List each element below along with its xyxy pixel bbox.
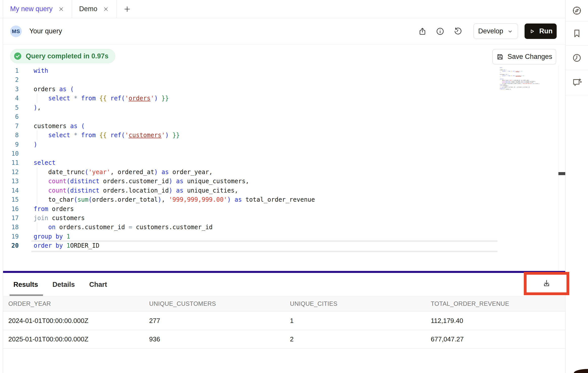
save-icon xyxy=(496,53,504,61)
tab-label: Demo xyxy=(79,5,97,13)
chat-sparkle-icon xyxy=(572,77,582,88)
line-number: 5 xyxy=(3,103,19,112)
annotation-highlight-box xyxy=(524,272,569,295)
share-button[interactable] xyxy=(416,25,429,38)
info-button[interactable] xyxy=(434,25,447,38)
download-icon xyxy=(541,278,552,289)
editor-gutter: 1234567891011121314151617181920 xyxy=(3,66,19,250)
cell-unique-customers: 277 xyxy=(144,317,285,325)
page-title: Your query xyxy=(29,27,62,35)
history-rail-button[interactable] xyxy=(566,45,588,70)
line-number: 12 xyxy=(3,168,19,177)
column-header-order-year: ORDER_YEAR xyxy=(3,300,144,307)
line-number: 11 xyxy=(3,158,19,167)
code-line: select * from {{ ref('orders') }} xyxy=(34,94,499,103)
close-icon[interactable] xyxy=(103,6,109,12)
line-number: 1 xyxy=(3,66,19,75)
column-header-unique-cities: UNIQUE_CITIES xyxy=(285,300,425,307)
tab-results[interactable]: Results xyxy=(13,281,38,289)
cell-order-year: 2024-01-01T00:00:00.000Z xyxy=(3,317,144,325)
code-line: group by 1 xyxy=(34,232,499,241)
line-number: 2 xyxy=(3,75,19,84)
bookmarks-rail-button[interactable] xyxy=(566,21,588,45)
code-line: from orders xyxy=(34,204,499,214)
panel-resize-handle[interactable] xyxy=(3,271,565,273)
line-number: 7 xyxy=(3,122,19,131)
avatar: MS xyxy=(10,26,22,37)
cell-total-order-revenue: 677,047.27 xyxy=(425,335,565,343)
active-tab-indicator xyxy=(10,294,43,296)
editor-scrollbar-thumb[interactable] xyxy=(558,172,565,175)
line-number: 3 xyxy=(3,85,19,94)
active-line-highlight-bottom xyxy=(31,251,497,252)
run-label: Run xyxy=(539,27,552,35)
line-number: 10 xyxy=(3,149,19,158)
cell-order-year: 2025-01-01T00:00:00.000Z xyxy=(3,335,144,343)
version-history-button[interactable] xyxy=(451,25,464,38)
cell-unique-customers: 936 xyxy=(144,335,285,343)
line-number: 17 xyxy=(3,214,19,223)
column-header-unique-customers: UNIQUE_CUSTOMERS xyxy=(144,300,285,307)
share-icon xyxy=(418,27,427,36)
close-icon[interactable] xyxy=(58,6,64,12)
ai-assistant-rail-button[interactable] xyxy=(566,70,588,95)
code-line: ), xyxy=(34,103,499,112)
cell-total-order-revenue: 112,179.40 xyxy=(425,317,565,325)
info-icon xyxy=(436,27,445,36)
run-button[interactable]: Run xyxy=(525,24,557,39)
code-line: count(distinct orders.customer_id) as un… xyxy=(34,177,499,186)
tab-my-new-query[interactable]: My new query xyxy=(3,0,72,18)
code-editor[interactable]: withorders as ( select * from {{ ref('or… xyxy=(34,66,499,250)
tab-demo[interactable]: Demo xyxy=(72,0,117,18)
line-number: 4 xyxy=(3,94,19,103)
query-header: MS Your query xyxy=(3,18,565,44)
line-number: 13 xyxy=(3,177,19,186)
query-tab-bar: My new query Demo xyxy=(0,0,565,18)
explore-rail-button[interactable] xyxy=(566,0,588,21)
code-line: join customers xyxy=(34,214,499,223)
results-table-header: ORDER_YEAR UNIQUE_CUSTOMERS UNIQUE_CITIE… xyxy=(3,296,565,311)
results-tab-bar: Results Details Chart xyxy=(3,273,565,296)
code-line: with xyxy=(34,66,499,75)
line-number: 6 xyxy=(3,112,19,121)
line-number: 16 xyxy=(3,204,19,214)
editor-scrollbar-track xyxy=(558,66,558,271)
query-status-badge: Query completed in 0.97s xyxy=(10,49,115,63)
download-results-button[interactable] xyxy=(541,278,552,289)
editor-minimap[interactable]: withorders as ( select * from {{ ref('or… xyxy=(500,67,539,89)
cell-unique-cities: 1 xyxy=(285,317,425,325)
line-number: 19 xyxy=(3,232,19,241)
develop-dropdown[interactable]: Develop xyxy=(473,24,518,39)
table-row: 2024-01-01T00:00:00.000Z 277 1 112,179.4… xyxy=(3,312,565,330)
clock-icon xyxy=(572,53,582,63)
code-line: count(distinct orders.location_id) as un… xyxy=(34,186,499,195)
column-header-total-order-revenue: TOTAL_ORDER_REVENUE xyxy=(425,300,565,307)
right-rail xyxy=(565,0,588,373)
table-row: 2025-01-01T00:00:00.000Z 936 2 677,047.2… xyxy=(3,330,565,348)
code-line xyxy=(34,149,499,158)
tab-chart[interactable]: Chart xyxy=(89,281,107,289)
line-number: 8 xyxy=(3,131,19,140)
history-icon xyxy=(453,27,462,36)
new-tab-button[interactable] xyxy=(117,0,138,18)
bookmark-icon xyxy=(572,28,582,38)
code-line: to_char(sum(orders.order_total), '999,99… xyxy=(34,195,499,204)
app-window: My new query Demo xyxy=(0,0,588,373)
code-line: select * from {{ ref('customers') }} xyxy=(34,131,499,140)
save-changes-button[interactable]: Save Changes xyxy=(492,49,556,64)
cell-unique-cities: 2 xyxy=(285,335,425,343)
code-line: order by 1ORDER_ID xyxy=(34,241,499,250)
compass-icon xyxy=(572,5,582,16)
develop-label: Develop xyxy=(478,27,503,35)
code-line: select xyxy=(34,158,499,167)
tab-details[interactable]: Details xyxy=(53,281,75,289)
code-line: on orders.customer_id = customers.custom… xyxy=(34,223,499,232)
code-line xyxy=(34,75,499,84)
tab-label: My new query xyxy=(10,5,53,13)
status-message: Query completed in 0.97s xyxy=(26,52,108,60)
play-icon xyxy=(529,28,536,35)
save-changes-label: Save Changes xyxy=(507,53,552,61)
line-number: 9 xyxy=(3,140,19,149)
code-line: orders as ( xyxy=(34,85,499,94)
code-line: customers as ( xyxy=(34,122,499,131)
